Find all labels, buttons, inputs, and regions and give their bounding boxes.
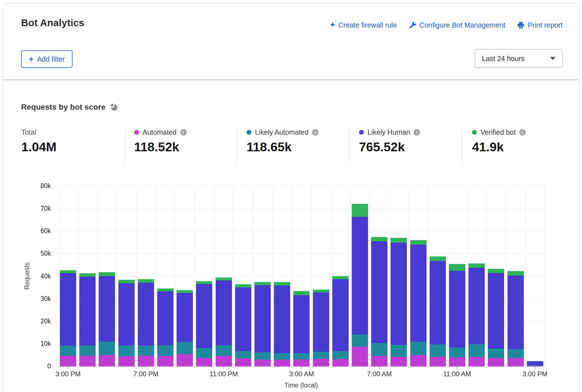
bar-1200pm-likely_automated[interactable]: [468, 344, 485, 357]
bar-1100am-automated[interactable]: [449, 357, 465, 366]
bar-800pm-automated[interactable]: [157, 356, 173, 366]
bar-100am-likely_human[interactable]: [254, 285, 271, 353]
info-icon[interactable]: i: [519, 129, 526, 136]
bar-900pm-likely_automated[interactable]: [177, 342, 193, 354]
bar-600am-likely_automated[interactable]: [352, 334, 368, 347]
bar-1200pm-likely_human[interactable]: [468, 268, 485, 344]
bar-600pm-likely_automated[interactable]: [118, 346, 135, 356]
bar-800am-verified_bot[interactable]: [391, 238, 407, 243]
bar-600pm-automated[interactable]: [118, 356, 135, 366]
bar-900am-verified_bot[interactable]: [410, 240, 427, 245]
bar-200am-automated[interactable]: [274, 360, 290, 366]
bar-400am-automated[interactable]: [313, 359, 329, 366]
bar-700am-verified_bot[interactable]: [371, 237, 387, 241]
bar-200am-likely_human[interactable]: [274, 285, 290, 353]
bar-200pm-likely_human[interactable]: [507, 276, 524, 349]
bar-300am-likely_human[interactable]: [293, 295, 310, 353]
action-create-firewall-rule[interactable]: +Create firewall rule: [330, 21, 397, 29]
bar-600pm-likely_human[interactable]: [118, 283, 135, 346]
bar-100am-automated[interactable]: [254, 360, 271, 366]
bar-200pm-verified_bot[interactable]: [507, 271, 524, 276]
bar-200am-likely_automated[interactable]: [274, 353, 290, 360]
bar-900am-automated[interactable]: [410, 355, 427, 366]
bar-1200am-verified_bot[interactable]: [235, 284, 251, 287]
bar-500am-likely_human[interactable]: [332, 279, 349, 351]
bar-1000am-automated[interactable]: [430, 357, 446, 367]
bar-900pm-verified_bot[interactable]: [177, 290, 193, 293]
bar-600am-automated[interactable]: [352, 347, 368, 366]
bar-800am-likely_human[interactable]: [391, 243, 407, 345]
bar-1000am-likely_automated[interactable]: [430, 344, 446, 357]
bar-300pm-likely_human[interactable]: [527, 361, 543, 365]
bar-1100pm-verified_bot[interactable]: [216, 278, 232, 280]
bar-100pm-likely_automated[interactable]: [488, 348, 504, 358]
bar-100am-verified_bot[interactable]: [254, 282, 271, 285]
bar-700am-likely_automated[interactable]: [371, 343, 387, 356]
bar-800am-automated[interactable]: [391, 357, 407, 366]
bar-500pm-likely_automated[interactable]: [99, 342, 115, 355]
bar-300pm-likely_human[interactable]: [60, 273, 76, 345]
bar-1100am-verified_bot[interactable]: [449, 264, 465, 271]
bar-400am-likely_human[interactable]: [313, 292, 329, 352]
bar-300pm-likely_automated[interactable]: [527, 365, 543, 366]
bar-300am-verified_bot[interactable]: [293, 291, 310, 295]
bar-300pm-verified_bot[interactable]: [527, 361, 543, 361]
info-icon[interactable]: i: [414, 129, 420, 136]
bar-100am-likely_automated[interactable]: [254, 352, 271, 360]
bar-1100am-likely_human[interactable]: [449, 271, 465, 347]
bar-700am-automated[interactable]: [371, 356, 387, 366]
info-icon[interactable]: i: [180, 129, 187, 136]
bar-500am-automated[interactable]: [332, 359, 349, 366]
bar-400pm-automated[interactable]: [79, 356, 96, 367]
bar-700am-likely_human[interactable]: [371, 241, 387, 343]
bar-200am-verified_bot[interactable]: [274, 282, 290, 285]
bar-900am-likely_automated[interactable]: [410, 342, 427, 355]
bar-300pm-automated[interactable]: [60, 356, 76, 366]
bar-1200am-likely_automated[interactable]: [235, 351, 251, 359]
bar-1000pm-verified_bot[interactable]: [196, 281, 212, 284]
bar-400am-verified_bot[interactable]: [313, 290, 329, 292]
bar-500pm-verified_bot[interactable]: [99, 272, 115, 276]
bar-1100pm-likely_human[interactable]: [216, 280, 232, 345]
bar-300am-automated[interactable]: [293, 359, 310, 366]
bar-1000pm-likely_automated[interactable]: [196, 348, 212, 358]
bar-200pm-likely_automated[interactable]: [507, 349, 524, 358]
bar-1000am-likely_human[interactable]: [430, 261, 446, 344]
bar-500am-likely_automated[interactable]: [332, 351, 349, 359]
bar-100pm-automated[interactable]: [488, 358, 504, 366]
bar-800am-likely_automated[interactable]: [391, 345, 407, 357]
bar-900am-likely_human[interactable]: [410, 245, 427, 342]
bar-600am-likely_human[interactable]: [352, 217, 368, 334]
bar-500pm-automated[interactable]: [99, 355, 115, 366]
bar-700pm-likely_automated[interactable]: [138, 345, 154, 355]
bar-800pm-likely_human[interactable]: [157, 291, 173, 345]
bar-300pm-likely_automated[interactable]: [60, 345, 76, 356]
action-configure-bot-management[interactable]: Configure Bot Management: [409, 21, 506, 29]
bar-900pm-likely_human[interactable]: [177, 293, 193, 342]
bar-1200pm-verified_bot[interactable]: [468, 263, 485, 268]
bar-1200am-automated[interactable]: [235, 359, 251, 366]
info-icon[interactable]: i: [312, 129, 319, 136]
bar-500pm-likely_human[interactable]: [99, 276, 115, 342]
bar-100pm-likely_human[interactable]: [488, 273, 504, 348]
bar-400am-likely_automated[interactable]: [313, 352, 329, 359]
bar-700pm-automated[interactable]: [138, 356, 154, 367]
bar-700pm-likely_human[interactable]: [138, 283, 154, 346]
bar-1100am-likely_automated[interactable]: [449, 348, 465, 357]
bar-1200pm-automated[interactable]: [468, 357, 485, 366]
bar-200pm-automated[interactable]: [507, 358, 524, 366]
bar-1100pm-likely_automated[interactable]: [216, 345, 232, 356]
bar-900pm-automated[interactable]: [177, 354, 193, 366]
bar-300pm-verified_bot[interactable]: [60, 270, 76, 273]
bar-1000am-verified_bot[interactable]: [430, 256, 446, 261]
action-print-report[interactable]: Print report: [517, 21, 563, 29]
time-range-dropdown[interactable]: Last 24 hours: [475, 49, 563, 68]
bar-1000pm-likely_human[interactable]: [196, 284, 212, 348]
bar-400pm-likely_human[interactable]: [79, 277, 96, 345]
bar-1000pm-automated[interactable]: [196, 358, 212, 366]
bar-1100pm-automated[interactable]: [216, 356, 232, 366]
bar-800pm-verified_bot[interactable]: [157, 289, 173, 291]
bar-800pm-likely_automated[interactable]: [157, 345, 173, 356]
bar-600pm-verified_bot[interactable]: [118, 280, 135, 283]
bar-300am-likely_automated[interactable]: [293, 353, 310, 359]
